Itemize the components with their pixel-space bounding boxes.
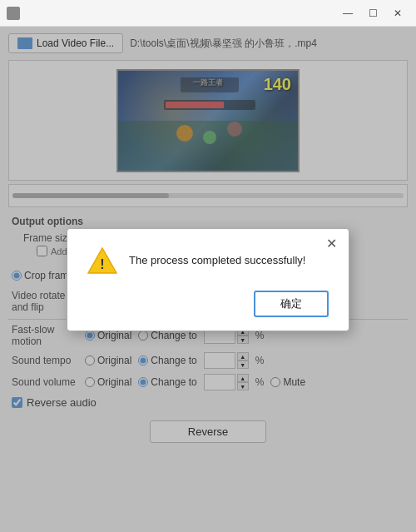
modal-message: The process completed successfully! (129, 254, 305, 266)
maximize-button[interactable]: ☐ (361, 4, 384, 22)
main-window: Load Video File... D:\tools\桌面\视频\暴坚强 的小… (0, 27, 416, 532)
modal-dialog: ✕ ! The process completed successfully! … (67, 228, 349, 331)
window-close-button[interactable]: ✕ (386, 4, 409, 22)
titlebar: — ☐ ✕ (0, 0, 416, 27)
modal-close-button[interactable]: ✕ (323, 236, 340, 252)
app-icon (7, 7, 20, 20)
modal-ok-button[interactable]: 确定 (254, 291, 329, 317)
minimize-button[interactable]: — (336, 4, 359, 22)
svg-text:!: ! (100, 257, 104, 271)
modal-body: ! The process completed successfully! (87, 246, 329, 276)
modal-overlay: ✕ ! The process completed successfully! … (0, 27, 416, 532)
titlebar-left (7, 7, 25, 20)
modal-footer: 确定 (87, 291, 329, 317)
warning-icon: ! (87, 246, 117, 276)
titlebar-controls: — ☐ ✕ (336, 4, 409, 22)
